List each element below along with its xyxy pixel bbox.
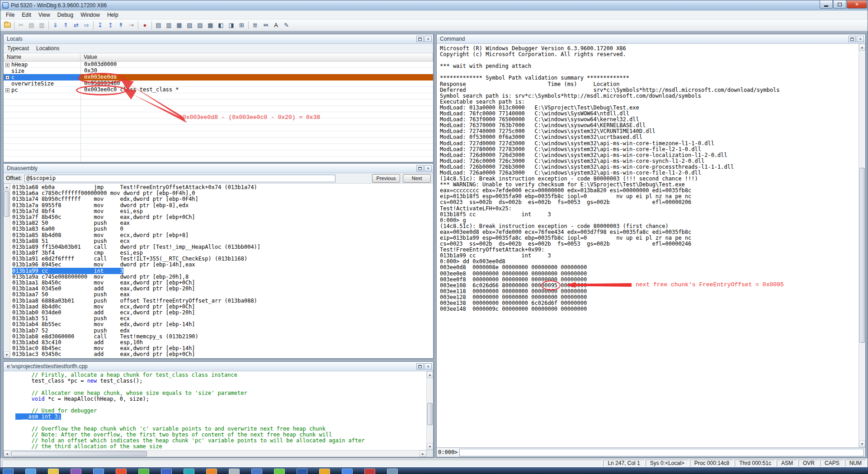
taskbar-app-icon[interactable]: [3, 469, 14, 474]
locals-close-button[interactable]: ✕: [425, 36, 432, 42]
source-line[interactable]: // the third allocation of the same size: [5, 444, 426, 450]
taskbar-app-icon[interactable]: [206, 469, 217, 474]
next-button[interactable]: Next: [403, 174, 431, 183]
scroll-thumb[interactable]: [427, 403, 433, 425]
scroll-down-icon[interactable]: ▼: [427, 443, 433, 450]
taskbar-app-icon[interactable]: [71, 469, 81, 474]
command-title-bar[interactable]: Command ✕: [437, 34, 865, 44]
locals-row[interactable]: +hHeap0x003d0000: [4, 62, 433, 68]
menu-file[interactable]: File: [2, 11, 18, 19]
toolbar-scratch-pad-window-button[interactable]: ◨: [226, 20, 236, 30]
toolbar-call-stack-window-button[interactable]: ▩: [205, 20, 216, 30]
source-code[interactable]: // Firstly, allocate a heap chunk for te…: [4, 371, 426, 450]
source-title-bar[interactable]: e:\vsproject\test\test\testforlfh.cpp ✕: [4, 362, 433, 371]
disassembly-scrollbar[interactable]: ▲ ▼: [4, 184, 10, 358]
toolbar-disassembly-window-button[interactable]: ◧: [216, 20, 226, 30]
disassembly-line[interactable]: 013b1ac3 03450c add eax,dword ptr [ebp+0…: [12, 351, 433, 357]
expand-icon[interactable]: +: [5, 88, 9, 92]
menu-window[interactable]: Window: [77, 11, 104, 19]
tab-typecast[interactable]: Typecast: [6, 45, 30, 52]
menu-edit[interactable]: Edit: [18, 11, 35, 19]
previous-button[interactable]: Previous: [372, 174, 400, 183]
source-line[interactable]: // Used for debugger: [5, 408, 426, 414]
taskbar-app-icon[interactable]: [364, 469, 375, 474]
taskbar-app-icon[interactable]: [138, 469, 149, 474]
source-close-button[interactable]: ✕: [425, 363, 432, 370]
locals-rows[interactable]: +hHeap0x003d0000size0x30+c0x003ee0d8over…: [4, 62, 433, 162]
scroll-left-icon[interactable]: ◄: [4, 450, 10, 457]
command-close-button[interactable]: ✕: [857, 36, 864, 42]
source-line[interactable]: test_class *pc = new test_class();: [5, 378, 426, 384]
disassembly-line[interactable]: 013b1a96 8945ec mov dword ptr [ebp-14h],…: [12, 262, 433, 268]
locals-row[interactable]: +pc0x003ee0c0 class test_class *: [4, 87, 433, 93]
source-vscrollbar[interactable]: ▲ ▼: [426, 371, 433, 450]
command-input[interactable]: [459, 449, 864, 456]
tab-locations[interactable]: Locations: [35, 45, 61, 52]
taskbar-app-icon[interactable]: [48, 469, 59, 474]
toolbar-locals-window-button[interactable]: ▦: [174, 20, 184, 30]
toolbar-registers-window-button[interactable]: ▧: [184, 20, 195, 30]
scroll-thumb[interactable]: [859, 168, 865, 343]
toolbar-source-mode-button[interactable]: ≣: [250, 20, 260, 30]
disassembly-title-bar[interactable]: Disassembly ✕: [4, 164, 433, 173]
toolbar-step-into-button[interactable]: ↧: [95, 20, 105, 30]
column-header-name[interactable]: Name: [4, 53, 80, 61]
taskbar-app-icon[interactable]: [297, 469, 307, 474]
taskbar-app-icon[interactable]: [387, 469, 398, 474]
taskbar-app-icon[interactable]: [229, 469, 240, 474]
maximize-button[interactable]: [833, 0, 846, 9]
taskbar-app-icon[interactable]: [25, 469, 36, 474]
locals-dock-button[interactable]: [416, 36, 424, 42]
toolbar-step-over-button[interactable]: ↥: [105, 20, 116, 30]
menu-view[interactable]: View: [35, 11, 54, 19]
offset-input[interactable]: [24, 175, 335, 182]
command-output[interactable]: next free chunk's FreeEntryOffset = 0x00…: [437, 44, 859, 447]
windows-taskbar[interactable]: [0, 468, 868, 474]
source-line[interactable]: void *c = HeapAlloc(hHeap, 0, size);: [5, 396, 426, 402]
toolbar-assembly-options-button[interactable]: 101: [260, 20, 271, 30]
menu-help[interactable]: Help: [104, 11, 122, 19]
command-dock-button[interactable]: [849, 36, 856, 42]
scroll-down-icon[interactable]: ▼: [859, 441, 865, 447]
taskbar-app-icon[interactable]: [93, 469, 104, 474]
toolbar-go-unhandled-button[interactable]: ⇑: [61, 20, 71, 30]
scroll-up-icon[interactable]: ▲: [4, 184, 10, 190]
taskbar-app-icon[interactable]: [184, 469, 194, 474]
toolbar-go-button[interactable]: ⇓: [50, 20, 61, 30]
toolbar-watch-window-button[interactable]: ▥: [164, 20, 174, 30]
disassembly-code[interactable]: 013b1a68 eb0a jmp Test!FreeEntryOffsetAt…: [10, 184, 433, 358]
toolbar-insert-breakpoint-button[interactable]: ●: [140, 20, 150, 30]
disassembly-dock-button[interactable]: [416, 165, 424, 171]
toolbar-open-workspace-button[interactable]: [2, 20, 13, 30]
toolbar-options-button[interactable]: ✎: [281, 20, 292, 30]
toolbar-step-out-button[interactable]: ↟: [116, 20, 126, 30]
toolbar-processes-threads-window-button[interactable]: ⊞: [236, 20, 247, 30]
taskbar-app-icon[interactable]: [319, 469, 330, 474]
taskbar-app-icon[interactable]: [161, 469, 172, 474]
menu-debug[interactable]: Debug: [54, 11, 77, 19]
toolbar-command-window-button[interactable]: ▤: [153, 20, 164, 30]
source-line[interactable]: __asm int 3;: [5, 414, 426, 420]
toolbar-font-button[interactable]: A: [271, 20, 281, 30]
taskbar-app-icon[interactable]: [251, 469, 262, 474]
toolbar-restart-button[interactable]: ⇄: [71, 20, 81, 30]
taskbar-app-icon[interactable]: [116, 469, 127, 474]
locals-title-bar[interactable]: Locals ✕: [4, 34, 433, 44]
disassembly-close-button[interactable]: ✕: [425, 165, 432, 171]
scroll-up-icon[interactable]: ▲: [427, 371, 433, 378]
command-scrollbar[interactable]: ▲ ▼: [859, 44, 865, 447]
expand-icon[interactable]: +: [5, 76, 9, 80]
title-bar[interactable]: Pid 5320 - WinDbg:6.3.9600.17200 X86 ✕: [0, 0, 868, 10]
scroll-thumb[interactable]: [4, 191, 9, 217]
taskbar-app-icon[interactable]: [342, 469, 353, 474]
close-button[interactable]: ✕: [847, 0, 867, 9]
scroll-down-icon[interactable]: ▼: [4, 351, 10, 358]
minimize-button[interactable]: [820, 0, 833, 9]
column-header-value[interactable]: Value: [80, 53, 433, 61]
source-hscrollbar[interactable]: ◄ ►: [4, 450, 433, 457]
expand-icon[interactable]: +: [5, 63, 9, 67]
toolbar-memory-window-button[interactable]: ▨: [195, 20, 205, 30]
scroll-up-icon[interactable]: ▲: [859, 44, 865, 51]
source-dock-button[interactable]: [416, 363, 424, 370]
scroll-right-icon[interactable]: ►: [420, 450, 426, 457]
